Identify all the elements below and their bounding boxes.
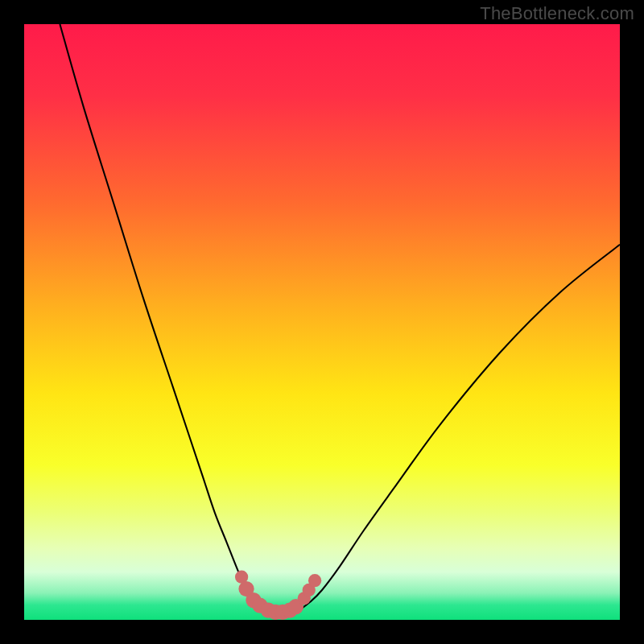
bottleneck-curve-left: [60, 24, 262, 611]
highlight-markers: [235, 571, 321, 620]
bottleneck-curve-right: [298, 245, 620, 611]
curve-layer: [24, 24, 620, 620]
marker-dot: [308, 574, 321, 587]
chart-frame: TheBottleneck.com: [0, 0, 644, 644]
plot-area: [24, 24, 620, 620]
attribution-label: TheBottleneck.com: [480, 3, 634, 24]
